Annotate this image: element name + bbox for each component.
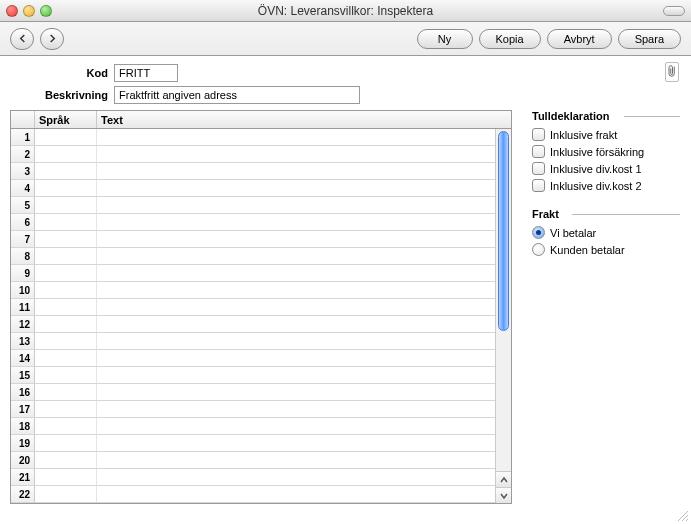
toolbar-toggle-button[interactable]: [663, 6, 685, 16]
cell-text[interactable]: [97, 265, 495, 281]
table-row[interactable]: 6: [11, 214, 495, 231]
cell-sprak[interactable]: [35, 265, 97, 281]
checkbox-row[interactable]: Inklusive försäkring: [532, 143, 680, 160]
checkbox[interactable]: [532, 162, 545, 175]
cell-text[interactable]: [97, 384, 495, 400]
cell-text[interactable]: [97, 231, 495, 247]
cell-sprak[interactable]: [35, 146, 97, 162]
cell-text[interactable]: [97, 350, 495, 366]
table-row[interactable]: 22: [11, 486, 495, 503]
cell-sprak[interactable]: [35, 248, 97, 264]
scroll-up-button[interactable]: [496, 471, 511, 487]
table-row[interactable]: 3: [11, 163, 495, 180]
avbryt-button[interactable]: Avbryt: [547, 29, 612, 49]
checkbox-row[interactable]: Inklusive frakt: [532, 126, 680, 143]
table-row[interactable]: 10: [11, 282, 495, 299]
checkbox-row[interactable]: Inklusive div.kost 2: [532, 177, 680, 194]
radio-row[interactable]: Kunden betalar: [532, 241, 680, 258]
cell-text[interactable]: [97, 367, 495, 383]
table-row[interactable]: 20: [11, 452, 495, 469]
cell-sprak[interactable]: [35, 214, 97, 230]
table-row[interactable]: 11: [11, 299, 495, 316]
cell-sprak[interactable]: [35, 180, 97, 196]
zoom-window-button[interactable]: [40, 5, 52, 17]
table-row[interactable]: 15: [11, 367, 495, 384]
radio[interactable]: [532, 226, 545, 239]
nav-forward-button[interactable]: [40, 28, 64, 50]
table-row[interactable]: 4: [11, 180, 495, 197]
cell-text[interactable]: [97, 197, 495, 213]
cell-text[interactable]: [97, 248, 495, 264]
radio[interactable]: [532, 243, 545, 256]
cell-sprak[interactable]: [35, 469, 97, 485]
cell-text[interactable]: [97, 163, 495, 179]
attachment-button[interactable]: [665, 62, 679, 82]
row-number: 20: [11, 452, 35, 468]
checkbox[interactable]: [532, 128, 545, 141]
cell-text[interactable]: [97, 333, 495, 349]
table-row[interactable]: 12: [11, 316, 495, 333]
cell-sprak[interactable]: [35, 299, 97, 315]
cell-sprak[interactable]: [35, 231, 97, 247]
table-row[interactable]: 7: [11, 231, 495, 248]
table-row[interactable]: 5: [11, 197, 495, 214]
cell-sprak[interactable]: [35, 452, 97, 468]
checkbox[interactable]: [532, 145, 545, 158]
ny-button[interactable]: Ny: [417, 29, 473, 49]
cell-sprak[interactable]: [35, 197, 97, 213]
kod-input[interactable]: [114, 64, 178, 82]
cell-text[interactable]: [97, 401, 495, 417]
table-row[interactable]: 17: [11, 401, 495, 418]
cell-sprak[interactable]: [35, 435, 97, 451]
cell-sprak[interactable]: [35, 163, 97, 179]
table-row[interactable]: 13: [11, 333, 495, 350]
minimize-window-button[interactable]: [23, 5, 35, 17]
cell-text[interactable]: [97, 418, 495, 434]
cell-sprak[interactable]: [35, 384, 97, 400]
close-window-button[interactable]: [6, 5, 18, 17]
cell-sprak[interactable]: [35, 367, 97, 383]
cell-text[interactable]: [97, 469, 495, 485]
cell-sprak[interactable]: [35, 486, 97, 502]
cell-sprak[interactable]: [35, 333, 97, 349]
col-header-sprak[interactable]: Språk: [35, 111, 97, 128]
cell-sprak[interactable]: [35, 282, 97, 298]
table-row[interactable]: 1: [11, 129, 495, 146]
cell-text[interactable]: [97, 214, 495, 230]
cell-text[interactable]: [97, 486, 495, 502]
col-header-text[interactable]: Text: [97, 111, 511, 128]
cell-sprak[interactable]: [35, 418, 97, 434]
radio-row[interactable]: Vi betalar: [532, 224, 680, 241]
checkbox-row[interactable]: Inklusive div.kost 1: [532, 160, 680, 177]
table-row[interactable]: 8: [11, 248, 495, 265]
row-number: 9: [11, 265, 35, 281]
cell-text[interactable]: [97, 146, 495, 162]
cell-text[interactable]: [97, 180, 495, 196]
table-row[interactable]: 18: [11, 418, 495, 435]
table-row[interactable]: 21: [11, 469, 495, 486]
table-row[interactable]: 14: [11, 350, 495, 367]
cell-text[interactable]: [97, 435, 495, 451]
resize-grip[interactable]: [675, 508, 689, 522]
cell-text[interactable]: [97, 299, 495, 315]
cell-sprak[interactable]: [35, 129, 97, 145]
nav-back-button[interactable]: [10, 28, 34, 50]
table-row[interactable]: 19: [11, 435, 495, 452]
cell-text[interactable]: [97, 452, 495, 468]
beskrivning-input[interactable]: [114, 86, 360, 104]
cell-text[interactable]: [97, 316, 495, 332]
spara-button[interactable]: Spara: [618, 29, 681, 49]
cell-sprak[interactable]: [35, 316, 97, 332]
scroll-down-button[interactable]: [496, 487, 511, 503]
table-row[interactable]: 9: [11, 265, 495, 282]
cell-sprak[interactable]: [35, 401, 97, 417]
table-row[interactable]: 2: [11, 146, 495, 163]
kopia-button[interactable]: Kopia: [479, 29, 541, 49]
table-row[interactable]: 16: [11, 384, 495, 401]
scrollbar-thumb[interactable]: [498, 131, 509, 331]
cell-sprak[interactable]: [35, 350, 97, 366]
cell-text[interactable]: [97, 129, 495, 145]
cell-text[interactable]: [97, 282, 495, 298]
vertical-scrollbar[interactable]: [495, 129, 511, 503]
checkbox[interactable]: [532, 179, 545, 192]
